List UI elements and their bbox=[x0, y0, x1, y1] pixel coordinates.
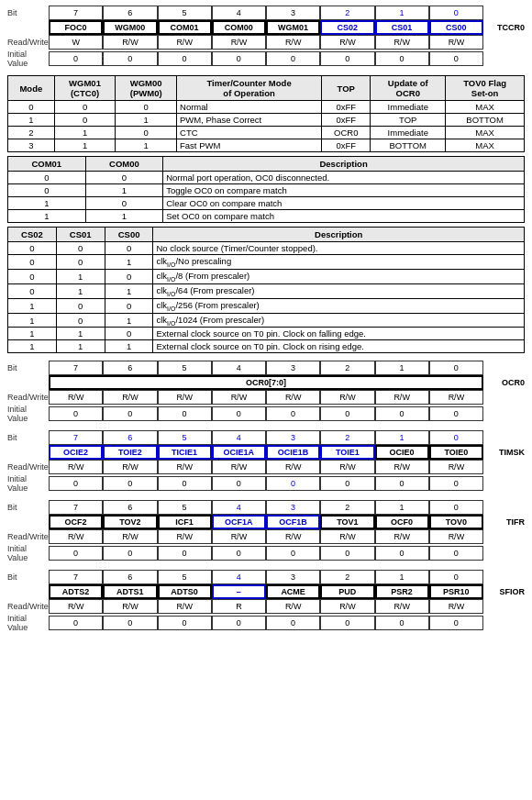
sfior-adts0: ADTS0 bbox=[158, 584, 212, 599]
sfior-rw-6: R/W bbox=[103, 599, 157, 614]
wgm-update-0: Immediate bbox=[371, 101, 446, 114]
tccr0-cs01: CS01 bbox=[375, 20, 429, 35]
sfior-bit-7: 7 bbox=[49, 570, 103, 584]
tccr0-cs02: CS02 bbox=[320, 20, 374, 35]
tccr0-name-row: FOC0 WGM00 COM01 COM00 WGM01 CS02 CS01 C… bbox=[7, 20, 525, 35]
sfior-rw-label: Read/Write bbox=[7, 602, 49, 611]
wgm-desc-3: Fast PWM bbox=[177, 139, 322, 152]
tifr-name-row: OCF2 TOV2 ICF1 OCF1A OCF1B TOV1 OCF0 TOV… bbox=[7, 515, 525, 529]
tccr0-init-row: Initial Value 0 0 0 0 0 0 0 0 bbox=[7, 50, 525, 68]
com-row-3: 1 1 Set OC0 on compare match bbox=[8, 210, 525, 223]
bit-5: 5 bbox=[158, 6, 212, 20]
tccr0-rw-0: R/W bbox=[429, 35, 483, 50]
wgm-update-1: TOP bbox=[371, 114, 446, 127]
wgm-tov0-2: MAX bbox=[446, 127, 525, 139]
cs-th-cs02: CS02 bbox=[8, 228, 57, 242]
sfior-rw-4: R bbox=[212, 599, 266, 614]
wgm-wgm01-2: 1 bbox=[54, 127, 116, 139]
timsk-rw-5: R/W bbox=[158, 460, 212, 474]
sfior-rw-5: R/W bbox=[158, 599, 212, 614]
bit-6: 6 bbox=[103, 6, 157, 20]
timsk-bit-row: Bit 7 6 5 4 3 2 1 0 bbox=[7, 430, 525, 445]
tccr0-foc0: FOC0 bbox=[49, 20, 103, 35]
cs-row-4: 1 0 0 clkI/O/256 (From prescaler) bbox=[8, 298, 525, 313]
tifr-rw-label: Read/Write bbox=[7, 532, 49, 541]
tifr-bit-5: 5 bbox=[158, 500, 212, 515]
tifr-tov2: TOV2 bbox=[103, 515, 157, 529]
tccr0-rw-label: Read/Write bbox=[7, 38, 49, 47]
tccr0-bit-cells: 7 6 5 4 3 2 1 0 bbox=[49, 6, 483, 20]
tccr0-init-3: 0 bbox=[266, 51, 320, 66]
tifr-init-7: 0 bbox=[49, 546, 103, 561]
cs-cs02-6: 1 bbox=[8, 328, 57, 340]
sfior-init-row: Initial Value 0 0 0 0 0 0 0 0 bbox=[7, 614, 525, 632]
wgm-top-3: 0xFF bbox=[322, 139, 371, 152]
wgm-th-mode: Mode bbox=[8, 76, 55, 101]
wgm-desc-0: Normal bbox=[177, 101, 322, 114]
ocr0-bit-4: 4 bbox=[212, 361, 266, 375]
tccr0-rw-cells: W R/W R/W R/W R/W R/W R/W R/W bbox=[49, 35, 483, 50]
com-com00-2: 0 bbox=[85, 197, 163, 210]
cs-cs02-7: 1 bbox=[8, 340, 57, 353]
ocr0-init-4: 0 bbox=[212, 406, 266, 421]
bit-0: 0 bbox=[429, 6, 483, 20]
sfior-init-3: 0 bbox=[266, 616, 320, 630]
tifr-rw-6: R/W bbox=[103, 529, 157, 544]
sfior-init-6: 0 bbox=[103, 616, 157, 630]
tifr-icf1: ICF1 bbox=[158, 515, 212, 529]
cs-cs01-0: 0 bbox=[56, 242, 105, 255]
tccr0-rw-3: R/W bbox=[266, 35, 320, 50]
com-desc-1: Toggle OC0 on compare match bbox=[163, 184, 525, 197]
sfior-bit-5: 5 bbox=[158, 570, 212, 584]
wgm-th-wgm01: WGM01(CTC0) bbox=[54, 76, 116, 101]
tccr0-com00: COM00 bbox=[212, 20, 266, 35]
wgm-update-2: Immediate bbox=[371, 127, 446, 139]
timsk-bit-3: 3 bbox=[266, 430, 320, 445]
wgm-top-2: OCR0 bbox=[322, 127, 371, 139]
timsk-bit-5: 5 bbox=[158, 430, 212, 445]
sfior-name-cells: ADTS2 ADTS1 ADTS0 – ACME PUD PSR2 PSR10 bbox=[49, 584, 483, 599]
tifr-ocf2: OCF2 bbox=[49, 515, 103, 529]
cs-desc-1: clkI/O/No prescaling bbox=[153, 255, 525, 270]
timsk-init-label: Initial Value bbox=[7, 474, 49, 493]
tifr-bit-0: 0 bbox=[429, 500, 483, 515]
timsk-rw-4: R/W bbox=[212, 460, 266, 474]
ocr0-span-row: OCR0[7:0] OCR0 bbox=[7, 375, 525, 390]
ocr0-section: Bit 7 6 5 4 3 2 1 0 OCR0[7:0] OCR0 Read/… bbox=[7, 361, 525, 423]
ocr0-bit-1: 1 bbox=[375, 361, 429, 375]
cs-th-cs00: CS00 bbox=[105, 228, 153, 242]
tifr-init-row: Initial Value 0 0 0 0 0 0 0 0 bbox=[7, 544, 525, 562]
ocr0-bit-7: 7 bbox=[49, 361, 103, 375]
cs-row-2: 0 1 0 clkI/O/8 (From prescaler) bbox=[8, 269, 525, 283]
cs-th-cs01: CS01 bbox=[56, 228, 105, 242]
timsk-toie2: TOIE2 bbox=[103, 445, 157, 460]
tifr-init-4: 0 bbox=[212, 546, 266, 561]
tccr0-wgm01: WGM01 bbox=[266, 20, 320, 35]
timsk-bit-cells: 7 6 5 4 3 2 1 0 bbox=[49, 430, 483, 445]
sfior-adts1: ADTS1 bbox=[103, 584, 157, 599]
tccr0-init-cells: 0 0 0 0 0 0 0 0 bbox=[49, 51, 483, 66]
wgm-desc-1: PWM, Phase Correct bbox=[177, 114, 322, 127]
sfior-section: Bit 7 6 5 4 3 2 1 0 ADTS2 ADTS1 ADTS0 – … bbox=[7, 570, 525, 632]
timsk-rw-row: Read/Write R/W R/W R/W R/W R/W R/W R/W R… bbox=[7, 460, 525, 474]
sfior-init-1: 0 bbox=[375, 616, 429, 630]
ocr0-rw-cells: R/W R/W R/W R/W R/W R/W R/W R/W bbox=[49, 390, 483, 405]
tifr-tov0: TOV0 bbox=[429, 515, 483, 529]
timsk-toie0: TOIE0 bbox=[429, 445, 483, 460]
cs-table: CS02 CS01 CS00 Description 0 0 0 No cloc… bbox=[7, 227, 525, 353]
page: Bit 7 6 5 4 3 2 1 0 FOC0 WGM00 COM01 COM… bbox=[0, 0, 532, 641]
sfior-init-2: 0 bbox=[320, 616, 374, 630]
tccr0-rw-7: W bbox=[49, 35, 103, 50]
sfior-name-row: ADTS2 ADTS1 ADTS0 – ACME PUD PSR2 PSR10 … bbox=[7, 584, 525, 599]
com-desc-0: Normal port operation, OC0 disconnected. bbox=[163, 172, 525, 184]
ocr0-rw-0: R/W bbox=[429, 390, 483, 405]
com-th-com00: COM00 bbox=[85, 157, 163, 172]
wgm-tov0-1: BOTTOM bbox=[446, 114, 525, 127]
tifr-bit-row: Bit 7 6 5 4 3 2 1 0 bbox=[7, 500, 525, 515]
timsk-toie1: TOIE1 bbox=[320, 445, 374, 460]
timsk-rw-0: R/W bbox=[429, 460, 483, 474]
tifr-rw-3: R/W bbox=[266, 529, 320, 544]
sfior-psr10: PSR10 bbox=[429, 584, 483, 599]
com-th-com01: COM01 bbox=[8, 157, 86, 172]
ocr0-span-cell: OCR0[7:0] bbox=[49, 375, 483, 390]
